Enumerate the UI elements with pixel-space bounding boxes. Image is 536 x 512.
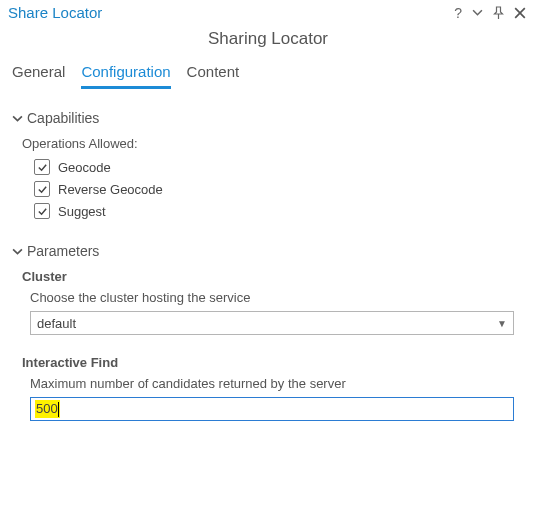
menu-chevron-icon[interactable] — [472, 7, 483, 18]
tab-configuration[interactable]: Configuration — [81, 63, 170, 89]
dropdown-arrow-icon: ▼ — [497, 318, 507, 329]
section-capabilities-label: Capabilities — [27, 110, 99, 126]
cluster-dropdown-value: default — [37, 316, 76, 331]
text-caret — [58, 402, 59, 417]
cluster-dropdown[interactable]: default ▼ — [30, 311, 514, 335]
checkbox-suggest-label: Suggest — [58, 204, 106, 219]
pane-title: Share Locator — [8, 4, 102, 21]
cluster-description: Choose the cluster hosting the service — [30, 290, 524, 305]
chevron-down-icon — [12, 113, 23, 124]
page-subtitle: Sharing Locator — [0, 23, 536, 63]
checkbox-reverse-geocode-label: Reverse Geocode — [58, 182, 163, 197]
checkbox-geocode[interactable] — [34, 159, 50, 175]
pin-icon[interactable] — [493, 6, 504, 20]
checkbox-reverse-geocode[interactable] — [34, 181, 50, 197]
section-capabilities-header[interactable]: Capabilities — [12, 110, 524, 126]
tab-content[interactable]: Content — [187, 63, 240, 89]
help-icon[interactable]: ? — [454, 5, 462, 21]
section-parameters-label: Parameters — [27, 243, 99, 259]
checkbox-geocode-label: Geocode — [58, 160, 111, 175]
checkbox-suggest[interactable] — [34, 203, 50, 219]
tab-general[interactable]: General — [12, 63, 65, 89]
interactive-find-description: Maximum number of candidates returned by… — [30, 376, 524, 391]
max-candidates-value: 500 — [36, 400, 58, 418]
operations-allowed-label: Operations Allowed: — [22, 136, 524, 151]
max-candidates-input[interactable]: 500 — [30, 397, 514, 421]
chevron-down-icon — [12, 246, 23, 257]
interactive-find-heading: Interactive Find — [22, 355, 524, 370]
close-icon[interactable] — [514, 7, 526, 19]
section-parameters-header[interactable]: Parameters — [12, 243, 524, 259]
cluster-heading: Cluster — [22, 269, 524, 284]
